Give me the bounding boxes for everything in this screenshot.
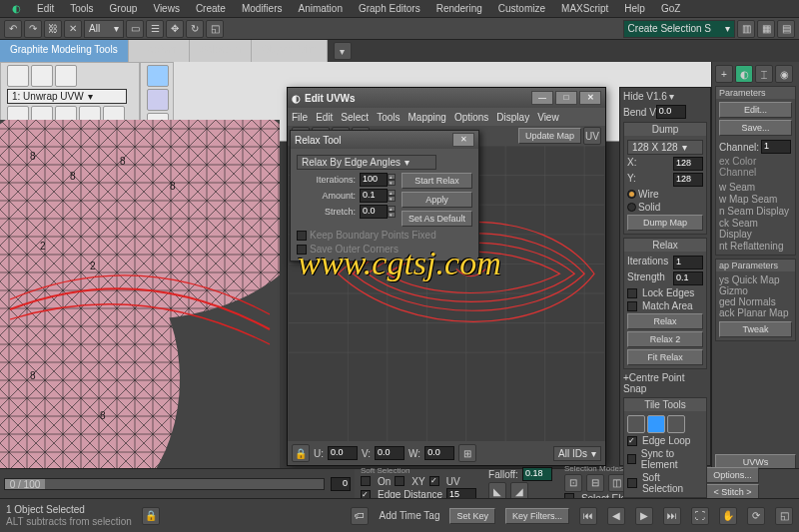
uv-checkbox[interactable] bbox=[429, 476, 439, 486]
close-button[interactable]: ✕ bbox=[579, 91, 601, 105]
select-button[interactable]: ▭ bbox=[126, 20, 144, 38]
frame-value[interactable]: 0 bbox=[331, 477, 351, 491]
layers-button[interactable]: ▤ bbox=[777, 20, 795, 38]
menu-goz[interactable]: GoZ bbox=[653, 3, 688, 14]
w-value[interactable]: 0.0 bbox=[424, 446, 454, 460]
match-area-checkbox[interactable] bbox=[627, 301, 637, 311]
on-checkbox[interactable] bbox=[361, 476, 371, 486]
mirror-button[interactable]: ▥ bbox=[737, 20, 755, 38]
create-tab-icon[interactable]: + bbox=[715, 65, 733, 83]
edge-loop-checkbox[interactable] bbox=[627, 436, 637, 446]
channel-value[interactable]: 1 bbox=[761, 140, 791, 154]
relax-close-button[interactable]: ✕ bbox=[452, 133, 474, 147]
tab-object-paint[interactable]: Object Paint bbox=[252, 40, 327, 62]
u-value[interactable]: 0.0 bbox=[328, 446, 358, 460]
play-start-icon[interactable]: ⏮ bbox=[579, 507, 597, 525]
relax-button[interactable]: Relax bbox=[627, 313, 703, 329]
tile-3[interactable] bbox=[667, 415, 685, 433]
uvw-menu-view[interactable]: View bbox=[537, 112, 559, 123]
strength-value[interactable]: 0.1 bbox=[673, 271, 703, 285]
uvw-menu-tools[interactable]: Tools bbox=[377, 112, 400, 123]
tweak-button[interactable]: Tweak bbox=[719, 321, 792, 337]
redo-button[interactable]: ↷ bbox=[24, 20, 42, 38]
menu-tools[interactable]: Tools bbox=[62, 3, 101, 14]
iterations-spinner[interactable]: 100▴▾ bbox=[360, 173, 396, 187]
menu-graph-editors[interactable]: Graph Editors bbox=[351, 3, 428, 14]
uvw-menu-select[interactable]: Select bbox=[341, 112, 369, 123]
soft-sel-checkbox[interactable] bbox=[627, 478, 637, 488]
hierarchy-tab-icon[interactable]: ⌶ bbox=[755, 65, 773, 83]
move-button[interactable]: ✥ bbox=[166, 20, 184, 38]
tab-freeform[interactable]: Freeform bbox=[129, 40, 191, 62]
sub-vert-icon[interactable]: ⊡ bbox=[564, 474, 582, 492]
uvw-menu-file[interactable]: File bbox=[292, 112, 308, 123]
uvw-menu-display[interactable]: Display bbox=[496, 112, 529, 123]
amount-spinner[interactable]: 0.1▴▾ bbox=[360, 189, 396, 203]
play-icon[interactable]: ▶ bbox=[635, 507, 653, 525]
uvw-lock[interactable]: 🔒 bbox=[292, 444, 310, 462]
menu-create[interactable]: Create bbox=[188, 3, 234, 14]
menu-views[interactable]: Views bbox=[145, 3, 188, 14]
uvw-titlebar[interactable]: ◐ Edit UVWs — □ ✕ bbox=[288, 88, 605, 108]
play-next-icon[interactable]: ⏭ bbox=[663, 507, 681, 525]
bend-value[interactable]: 0.0 bbox=[656, 105, 686, 119]
dump-res-dropdown[interactable]: 128 X 128▾ bbox=[627, 140, 703, 155]
sync-checkbox[interactable] bbox=[627, 454, 636, 464]
maximize-viewport-icon[interactable]: ◱ bbox=[775, 507, 793, 525]
menu-maxscript[interactable]: MAXScript bbox=[553, 3, 616, 14]
ribbon-toggle-button[interactable]: ▾ bbox=[334, 42, 352, 60]
ids-dropdown[interactable]: All IDs▾ bbox=[553, 446, 601, 461]
set-key-button[interactable]: Set Key bbox=[449, 508, 495, 524]
poly-btn-2[interactable] bbox=[31, 65, 53, 87]
link-button[interactable]: ⛓ bbox=[44, 20, 62, 38]
tab-graphite-modeling[interactable]: Graphite Modeling Tools bbox=[0, 40, 129, 62]
modify-tab-icon[interactable]: ◐ bbox=[735, 65, 753, 83]
uvw-menu-edit[interactable]: Edit bbox=[316, 112, 333, 123]
menu-customize[interactable]: Customize bbox=[490, 3, 553, 14]
menu-edit[interactable]: Edit bbox=[29, 3, 62, 14]
minimize-button[interactable]: — bbox=[531, 91, 553, 105]
selection-filter[interactable]: All▾ bbox=[84, 20, 124, 38]
fit-relax-button[interactable]: Fit Relax bbox=[627, 349, 703, 365]
scale-button[interactable]: ◱ bbox=[206, 20, 224, 38]
stretch-spinner[interactable]: 0.0▴▾ bbox=[360, 205, 396, 219]
update-map-button[interactable]: Update Map bbox=[518, 128, 581, 144]
rotate-button[interactable]: ↻ bbox=[186, 20, 204, 38]
menu-animation[interactable]: Animation bbox=[290, 3, 350, 14]
wire-radio[interactable] bbox=[627, 190, 636, 199]
keep-boundary-checkbox[interactable] bbox=[297, 231, 307, 241]
unlink-button[interactable]: ✕ bbox=[64, 20, 82, 38]
solid-radio[interactable] bbox=[627, 203, 636, 212]
uvw-menu-mapping[interactable]: Mapping bbox=[408, 112, 446, 123]
poly-btn-1[interactable] bbox=[7, 65, 29, 87]
relax-method-dropdown[interactable]: Relax By Edge Angles▾ bbox=[297, 155, 436, 170]
lock-icon[interactable]: 🔒 bbox=[142, 507, 160, 525]
edit-button[interactable]: Edit... bbox=[719, 102, 792, 118]
start-relax-button[interactable]: Start Relax bbox=[401, 173, 472, 189]
key-filters-button[interactable]: Key Filters... bbox=[505, 508, 569, 524]
relax-titlebar[interactable]: Relax Tool ✕ bbox=[291, 131, 478, 149]
undo-button[interactable]: ↶ bbox=[4, 20, 22, 38]
maximize-button[interactable]: □ bbox=[555, 91, 577, 105]
menu-help[interactable]: Help bbox=[616, 3, 653, 14]
v-value[interactable]: 0.0 bbox=[375, 446, 404, 460]
uvw-grid-icon[interactable]: ⊞ bbox=[458, 444, 476, 462]
centre-snap-label[interactable]: +Centre Point Snap bbox=[623, 372, 707, 394]
options-button[interactable]: Options... bbox=[706, 467, 759, 483]
menu-group[interactable]: Group bbox=[102, 3, 146, 14]
time-tag-icon[interactable]: 🏷 bbox=[351, 507, 369, 525]
ribbon-tool-b[interactable] bbox=[147, 89, 169, 111]
align-button[interactable]: ▦ bbox=[757, 20, 775, 38]
tile-1[interactable] bbox=[627, 415, 645, 433]
set-default-button[interactable]: Set As Default bbox=[401, 211, 472, 227]
save-button[interactable]: Save... bbox=[719, 120, 792, 136]
xy-checkbox[interactable] bbox=[395, 476, 404, 486]
modifier-list[interactable]: 1: Unwrap UVW▾ bbox=[7, 89, 127, 104]
orbit-icon[interactable]: ⟳ bbox=[747, 507, 765, 525]
perspective-viewport[interactable]: 88 88 22 88 bbox=[0, 120, 280, 469]
iter-value[interactable]: 1 bbox=[673, 256, 703, 269]
timeline-slider[interactable]: 0 / 100 bbox=[4, 478, 325, 490]
uvw-menu-options[interactable]: Options bbox=[454, 112, 488, 123]
motion-tab-icon[interactable]: ◉ bbox=[775, 65, 793, 83]
y-value[interactable]: 128 bbox=[673, 173, 703, 187]
